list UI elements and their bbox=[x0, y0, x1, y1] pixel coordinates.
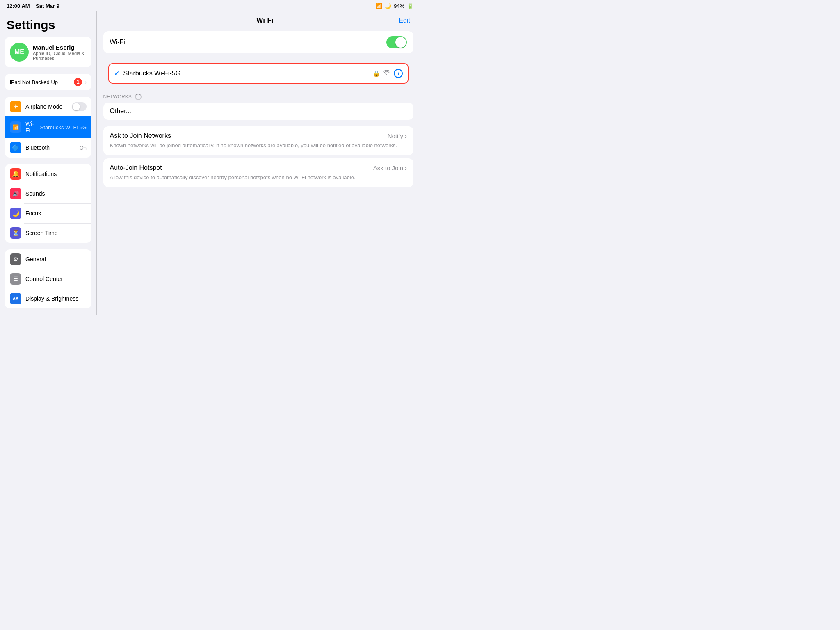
networks-label: NETWORKS bbox=[103, 94, 132, 100]
content-title: Wi-Fi bbox=[131, 16, 399, 25]
notifications-group: 🔔 Notifications 🔊 Sounds 🌙 Focus ⏳ Scree… bbox=[5, 164, 91, 243]
sidebar-item-controlcenter[interactable]: ☰ Control Center bbox=[5, 269, 91, 289]
lock-icon: 🔒 bbox=[373, 70, 380, 77]
network-icons: 🔒 i bbox=[373, 69, 403, 78]
networks-header: NETWORKS bbox=[97, 87, 420, 103]
displaybrightness-icon: AA bbox=[10, 293, 21, 304]
wifi-signal-icon bbox=[383, 70, 390, 77]
bluetooth-icon: 🔷 bbox=[10, 142, 21, 153]
network-checkmark-icon: ✓ bbox=[114, 70, 119, 78]
moon-icon: 🌙 bbox=[385, 3, 391, 9]
sidebar-item-displaybrightness[interactable]: AA Display & Brightness bbox=[5, 289, 91, 308]
edit-button[interactable]: Edit bbox=[399, 17, 410, 24]
screentime-icon: ⏳ bbox=[10, 227, 21, 239]
ask-to-join-label: Ask to Join Networks bbox=[110, 132, 171, 139]
sidebar-title: Settings bbox=[0, 11, 96, 37]
sidebar-item-bluetooth[interactable]: 🔷 Bluetooth On bbox=[5, 138, 91, 158]
airplane-label: Airplane Mode bbox=[25, 103, 68, 110]
wifi-label: Wi-Fi bbox=[25, 121, 36, 134]
airplane-icon: ✈ bbox=[10, 101, 21, 112]
auto-join-row: Auto-Join Hotspot Ask to Join › bbox=[110, 164, 407, 171]
sidebar-item-wifi[interactable]: 📶 Wi-Fi Starbucks Wi-Fi-5G bbox=[5, 116, 91, 138]
sidebar-item-airplane[interactable]: ✈ Airplane Mode bbox=[5, 97, 91, 116]
connectivity-group: ✈ Airplane Mode 📶 Wi-Fi Starbucks Wi-Fi-… bbox=[5, 97, 91, 158]
networks-spinner bbox=[135, 94, 142, 100]
controlcenter-icon: ☰ bbox=[10, 273, 21, 285]
wifi-main-label: Wi-Fi bbox=[110, 39, 125, 46]
wifi-value: Starbucks Wi-Fi-5G bbox=[40, 124, 87, 130]
ask-to-join-chevron-icon: › bbox=[405, 132, 407, 139]
avatar: ME bbox=[10, 43, 29, 62]
general-group: ⚙ General ☰ Control Center AA Display & … bbox=[5, 249, 91, 308]
backup-badge: 1 bbox=[74, 78, 82, 86]
backup-text: iPad Not Backed Up bbox=[10, 79, 58, 85]
controlcenter-label: Control Center bbox=[25, 276, 87, 282]
sidebar: Settings ME Manuel Escrig Apple ID, iClo… bbox=[0, 11, 96, 315]
auto-join-card[interactable]: Auto-Join Hotspot Ask to Join › Allow th… bbox=[103, 158, 414, 187]
network-info-button[interactable]: i bbox=[394, 69, 403, 78]
ask-to-join-desc: Known networks will be joined automatica… bbox=[110, 142, 407, 149]
wifi-status-icon: 📶 bbox=[376, 3, 382, 9]
wifi-icon: 📶 bbox=[10, 121, 21, 133]
focus-label: Focus bbox=[25, 210, 87, 217]
wifi-toggle[interactable] bbox=[386, 36, 407, 48]
sidebar-item-focus[interactable]: 🌙 Focus bbox=[5, 203, 91, 223]
battery-icon: 🔋 bbox=[407, 3, 413, 9]
profile-name: Manuel Escrig bbox=[33, 44, 87, 51]
bluetooth-value: On bbox=[80, 145, 87, 151]
sounds-label: Sounds bbox=[25, 190, 87, 197]
general-icon: ⚙ bbox=[10, 253, 21, 265]
displaybrightness-label: Display & Brightness bbox=[25, 295, 87, 302]
sounds-icon: 🔊 bbox=[10, 188, 21, 199]
notifications-icon: 🔔 bbox=[10, 168, 21, 180]
airplane-toggle[interactable] bbox=[72, 102, 87, 111]
other-label: Other... bbox=[110, 107, 131, 114]
battery-percentage: 94% bbox=[394, 3, 404, 9]
profile-info: Manuel Escrig Apple ID, iCloud, Media & … bbox=[33, 44, 87, 61]
profile-subtitle: Apple ID, iCloud, Media & Purchases bbox=[33, 51, 87, 61]
sidebar-item-general[interactable]: ⚙ General bbox=[5, 249, 91, 269]
auto-join-desc: Allow this device to automatically disco… bbox=[110, 174, 407, 181]
connected-network-row[interactable]: ✓ Starbucks Wi-Fi-5G 🔒 i bbox=[108, 63, 409, 84]
general-label: General bbox=[25, 256, 87, 262]
time: 12:00 AM bbox=[7, 3, 30, 9]
other-network-row[interactable]: Other... bbox=[103, 103, 414, 120]
sidebar-item-notifications[interactable]: 🔔 Notifications bbox=[5, 164, 91, 184]
content-header: Wi-Fi Edit bbox=[97, 11, 420, 31]
ask-to-join-value: Notify › bbox=[388, 132, 407, 139]
sidebar-item-sounds[interactable]: 🔊 Sounds bbox=[5, 184, 91, 203]
focus-icon: 🌙 bbox=[10, 208, 21, 219]
ask-to-join-card[interactable]: Ask to Join Networks Notify › Known netw… bbox=[103, 126, 414, 155]
auto-join-label: Auto-Join Hotspot bbox=[110, 164, 162, 171]
backup-right: 1 › bbox=[74, 78, 87, 86]
auto-join-value: Ask to Join › bbox=[373, 164, 407, 171]
auto-join-chevron-icon: › bbox=[405, 164, 407, 171]
network-name: Starbucks Wi-Fi-5G bbox=[123, 70, 373, 77]
content-area: Wi-Fi Edit Wi-Fi ✓ Starbucks Wi-Fi-5G 🔒 bbox=[97, 11, 420, 315]
screentime-label: Screen Time bbox=[25, 230, 87, 236]
wifi-toggle-section: Wi-Fi bbox=[103, 31, 414, 53]
notifications-label: Notifications bbox=[25, 171, 87, 177]
bluetooth-label: Bluetooth bbox=[25, 144, 75, 151]
wifi-main-row: Wi-Fi bbox=[103, 31, 414, 53]
profile-card[interactable]: ME Manuel Escrig Apple ID, iCloud, Media… bbox=[5, 37, 91, 67]
backup-warning[interactable]: iPad Not Backed Up 1 › bbox=[5, 74, 91, 90]
date: Sat Mar 9 bbox=[36, 3, 59, 9]
status-bar: 12:00 AM Sat Mar 9 📶 🌙 94% 🔋 bbox=[0, 0, 420, 11]
ask-to-join-row: Ask to Join Networks Notify › bbox=[110, 132, 407, 139]
sidebar-item-screentime[interactable]: ⏳ Screen Time bbox=[5, 223, 91, 243]
backup-chevron-icon: › bbox=[84, 79, 87, 85]
